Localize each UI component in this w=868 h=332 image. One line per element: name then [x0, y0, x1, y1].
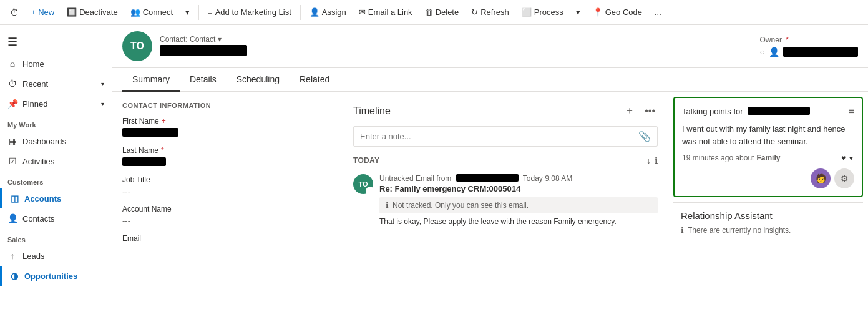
no-insights-text: There are currently no insights. [688, 226, 791, 235]
recent-chevron-icon: ▾ [101, 81, 104, 87]
deactivate-button[interactable]: 🔲 Deactivate [62, 5, 122, 19]
job-title-label: Job Title [122, 175, 333, 184]
email-overlay-icon: ✉ [366, 187, 374, 195]
last-name-value[interactable] [122, 157, 333, 167]
last-name-group: Last Name * [122, 146, 333, 167]
sidebar-item-opportunities[interactable]: ◑ Opportunities [0, 266, 112, 286]
first-name-group: First Name + [122, 117, 333, 137]
tp-icon-buttons: 🧑 ⚙ [682, 168, 854, 188]
talking-points-meta: 19 minutes ago about Family ♥ ▼ [682, 154, 854, 162]
connect-button[interactable]: 👥 Connect [125, 5, 178, 19]
attachment-icon[interactable]: 📎 [638, 130, 651, 142]
first-name-value[interactable] [122, 128, 333, 137]
heart-icon[interactable]: ♥ [841, 154, 846, 162]
sidebar: ☰ ⌂ Home ⏱ Recent ▾ 📌 Pinned ▾ My Work ▦… [0, 25, 112, 332]
sidebar-item-pinned[interactable]: 📌 Pinned ▾ [0, 94, 112, 114]
talking-points-title: Talking points for [682, 107, 810, 116]
not-tracked-msg: ℹ Not tracked. Only you can see this ema… [379, 197, 658, 213]
content-area: TO Contact: Contact ▾ Owner * [112, 25, 868, 332]
talking-points-menu-button[interactable]: ≡ [849, 105, 854, 117]
timeline-panel: Timeline ＋ ••• 📎 TODAY ↓ ℹ [343, 92, 668, 332]
timeline-note-field[interactable] [360, 132, 633, 141]
timeline-add-button[interactable]: ＋ [622, 102, 637, 120]
owner-required-star: * [786, 36, 789, 44]
tp-time-meta: 19 minutes ago about Family [682, 154, 780, 162]
more-button[interactable]: ... [650, 5, 666, 19]
last-name-label: Last Name * [122, 146, 333, 155]
sidebar-item-contacts[interactable]: 👤 Contacts [0, 208, 112, 228]
account-name-value[interactable]: --- [122, 216, 333, 225]
process-button[interactable]: ⬜ Process [517, 5, 568, 19]
hamburger-button[interactable]: ☰ [0, 30, 112, 54]
tabs: Summary Details Scheduling Related [112, 68, 868, 92]
deactivate-label: Deactivate [79, 7, 117, 17]
process-chevron-button[interactable]: ▾ [571, 5, 585, 19]
customers-section: Customers [0, 171, 112, 188]
tp-chevron-down-icon[interactable]: ▼ [848, 155, 854, 162]
timeline-more-button[interactable]: ••• [642, 102, 658, 120]
talking-points-header: Talking points for ≡ [682, 105, 854, 117]
job-title-value[interactable]: --- [122, 187, 333, 196]
tp-purple-icon-button[interactable]: 🧑 [811, 168, 831, 188]
opportunities-label: Opportunities [24, 271, 77, 281]
timeline-entry-body: Untracked Email from Today 9:08 AM Re: F… [379, 174, 658, 226]
history-button[interactable]: ⏱ [5, 5, 24, 20]
delete-icon: 🗑 [425, 7, 433, 17]
contact-info-panel: CONTACT INFORMATION First Name + Last Na… [112, 92, 343, 332]
sidebar-item-leads[interactable]: ↑ Leads [0, 246, 112, 266]
sender-redacted [456, 174, 519, 182]
tab-summary[interactable]: Summary [122, 68, 180, 92]
leads-icon: ↑ [7, 251, 17, 261]
accounts-icon: ◫ [9, 193, 19, 203]
sidebar-item-home[interactable]: ⌂ Home [0, 54, 112, 74]
timeline-date-icons: ↓ ℹ [646, 155, 658, 165]
assign-button[interactable]: 👤 Assign [305, 5, 351, 19]
sidebar-item-recent[interactable]: ⏱ Recent ▾ [0, 74, 112, 94]
sidebar-item-dashboards[interactable]: ▦ Dashboards [0, 131, 112, 151]
process-icon: ⬜ [522, 7, 532, 17]
tp-actions: ♥ ▼ [841, 154, 854, 162]
new-label: + New [31, 7, 54, 17]
activities-label: Activities [22, 157, 54, 166]
owner-field[interactable]: ○ 👤 [760, 47, 858, 57]
pinned-label: Pinned [22, 99, 47, 109]
owner-radio-icon: ○ [760, 47, 765, 57]
timeline-note-input[interactable]: 📎 [353, 126, 658, 147]
timeline-title: Timeline [353, 105, 391, 117]
tab-details[interactable]: Details [180, 68, 227, 92]
tp-gray-icon-button[interactable]: ⚙ [834, 168, 854, 188]
tab-scheduling[interactable]: Scheduling [227, 68, 290, 92]
record-type[interactable]: Contact: Contact ▾ [160, 35, 247, 44]
recent-icon: ⏱ [7, 79, 17, 89]
tp-topic: Family [756, 154, 780, 162]
home-label: Home [22, 59, 44, 69]
no-insights-icon: ℹ [681, 226, 684, 235]
sidebar-item-activities[interactable]: ☑ Activities [0, 151, 112, 171]
first-name-redacted [122, 128, 178, 137]
refresh-button[interactable]: ↻ Refresh [466, 5, 514, 19]
info-circle-icon: ℹ [386, 201, 389, 210]
geo-code-button[interactable]: 📍 Geo Code [588, 5, 647, 19]
info-button[interactable]: ℹ [655, 155, 658, 165]
sidebar-item-accounts[interactable]: ◫ Accounts [0, 188, 112, 208]
tab-related[interactable]: Related [290, 68, 339, 92]
sort-down-button[interactable]: ↓ [646, 155, 651, 165]
tp-name-redacted [748, 107, 810, 115]
connect-label: Connect [143, 7, 173, 17]
new-button[interactable]: + New [26, 5, 59, 19]
timeline-header: Timeline ＋ ••• [353, 102, 658, 120]
connect-chevron-button[interactable]: ▾ [180, 5, 195, 19]
record-name [160, 45, 247, 58]
timeline-avatar: TO ✉ [353, 174, 373, 194]
recent-label: Recent [22, 79, 48, 89]
email-link-button[interactable]: ✉ Email a Link [354, 5, 417, 19]
email-link-label: Email a Link [368, 7, 412, 17]
timeline-date-section: TODAY ↓ ℹ [353, 153, 658, 168]
owner-section: Owner * ○ 👤 [760, 36, 858, 57]
add-marketing-button[interactable]: ≡ Add to Marketing List [203, 5, 296, 19]
contacts-label: Contacts [22, 214, 54, 223]
record-type-chevron-icon: ▾ [218, 35, 222, 44]
geo-code-label: Geo Code [605, 7, 642, 17]
add-marketing-label: Add to Marketing List [215, 7, 291, 17]
delete-button[interactable]: 🗑 Delete [420, 5, 464, 19]
